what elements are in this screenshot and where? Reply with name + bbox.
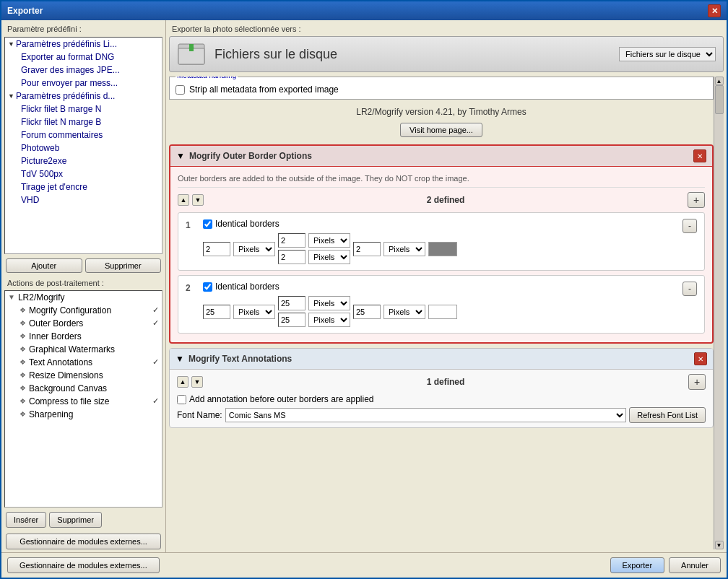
identical-row-1: Identical borders xyxy=(203,219,675,229)
border-1-bottom-input[interactable] xyxy=(278,250,306,264)
refresh-font-button[interactable]: Refresh Font List xyxy=(629,407,706,423)
annotation-row: Add annotation before outer borders are … xyxy=(177,394,706,404)
posttreat-section: Actions de post-traitement : ▼ LR2/Mogri… xyxy=(1,276,165,531)
external-modules-left-button[interactable]: Gestionnaire de modules externes... xyxy=(6,534,161,549)
post-buttons: Insérer Supprimer xyxy=(1,509,165,531)
border-2-bottom-input[interactable] xyxy=(278,313,306,327)
preset-tdv[interactable]: TdV 500px xyxy=(17,167,162,180)
add-outer-border-button[interactable]: + xyxy=(688,192,705,208)
remove-preset-button[interactable]: Supprimer xyxy=(85,258,162,273)
preset-picture2exe[interactable]: Picture2exe xyxy=(17,154,162,167)
metadata-section: Metadata handling Strip all metadata fro… xyxy=(169,77,714,100)
remove-border-1-button[interactable]: - xyxy=(682,219,697,233)
add-preset-button[interactable]: Ajouter xyxy=(6,258,82,273)
post-resize[interactable]: ❖ Resize Dimensions xyxy=(17,369,162,382)
border-1-bottom-unit[interactable]: Pixels xyxy=(308,250,350,264)
border-2-left-input[interactable] xyxy=(203,305,230,319)
post-inner-borders[interactable]: ❖ Inner Borders xyxy=(17,330,162,343)
border-2-left-unit[interactable]: Pixels xyxy=(233,305,275,319)
post-group-lr2[interactable]: ▼ LR2/Mogrify xyxy=(5,291,162,304)
post-mogrify-config[interactable]: ❖ Mogrify Configuration ✓ xyxy=(17,304,162,317)
left-panel: Paramètre prédéfini : ▼ Paramètres prédé… xyxy=(1,20,166,552)
border-2-right-unit[interactable]: Pixels xyxy=(384,305,425,319)
post-sharpening[interactable]: ❖ Sharpening xyxy=(17,408,162,421)
external-modules-footer-button[interactable]: Gestionnaire de modules externes... xyxy=(7,557,160,573)
close-button[interactable]: ✕ xyxy=(708,4,721,17)
preset-children-2: Flickr filet B marge N Flickr filet N ma… xyxy=(5,103,162,206)
outer-border-close-button[interactable]: ✕ xyxy=(693,149,706,162)
border-item-1: 1 Identical borders P xyxy=(178,212,705,271)
post-text-annotations[interactable]: ❖ Text Annotations ✓ xyxy=(17,356,162,369)
post-tree[interactable]: ▼ LR2/Mogrify ❖ Mogrify Configuration ✓ … xyxy=(4,290,162,508)
border-1-top-unit[interactable]: Pixels xyxy=(308,233,350,248)
border-1-color-swatch[interactable] xyxy=(428,242,457,256)
post-dot-4: ❖ xyxy=(20,345,26,353)
text-annotations-count: 1 defined xyxy=(427,377,465,387)
border-1-right-unit[interactable]: Pixels xyxy=(384,242,425,256)
border-1-right-input[interactable] xyxy=(353,242,381,256)
font-name-select[interactable]: Comic Sans MS xyxy=(225,408,627,422)
visit-home-button[interactable]: Visit home page... xyxy=(400,123,482,137)
preset-flickr-b[interactable]: Flickr filet B marge N xyxy=(17,103,162,116)
border-1-left-unit[interactable]: Pixels xyxy=(233,242,275,256)
preset-item-mess[interactable]: Pour envoyer par mess... xyxy=(17,77,162,90)
preset-forum[interactable]: Forum commentaires xyxy=(17,129,162,142)
scroll-thumb[interactable] xyxy=(715,85,724,114)
identical-checkbox-1[interactable] xyxy=(203,219,212,229)
text-annotations-expand-icon: ▼ xyxy=(176,354,184,364)
insert-post-button[interactable]: Insérer xyxy=(6,512,46,528)
mogrify-check: ✓ xyxy=(152,305,159,315)
export-dropdown[interactable]: Fichiers sur le disque xyxy=(619,47,716,61)
border-2-color-swatch[interactable] xyxy=(428,305,457,319)
toggle-icon-1: ▼ xyxy=(8,40,14,48)
post-background-canvas[interactable]: ❖ Background Canvas xyxy=(17,382,162,395)
border-2-top-input[interactable] xyxy=(278,296,306,310)
text-up-arrow-button[interactable]: ▲ xyxy=(177,376,188,388)
post-graphical-watermarks[interactable]: ❖ Graphical Watermarks xyxy=(17,343,162,356)
border-2-top-unit[interactable]: Pixels xyxy=(308,296,350,310)
outer-border-header: ▼ Mogrify Outer Border Options ✕ xyxy=(170,146,712,167)
preset-item-jpe[interactable]: Graver des images JPE... xyxy=(17,64,162,77)
scroll-down-button[interactable]: ▼ xyxy=(715,541,724,549)
preset-flickr-n[interactable]: Flickr filet N marge B xyxy=(17,116,162,129)
down-arrow-button[interactable]: ▼ xyxy=(192,194,204,206)
font-name-label: Font Name: xyxy=(177,410,222,420)
text-annotations-close-button[interactable]: ✕ xyxy=(694,352,707,365)
delete-post-button[interactable]: Supprimer xyxy=(49,512,102,528)
outer-border-content: Outer borders are added to the outside o… xyxy=(170,167,712,342)
text-down-arrow-button[interactable]: ▼ xyxy=(191,376,203,388)
border-2-bottom-unit[interactable]: Pixels xyxy=(308,313,350,327)
presets-tree[interactable]: ▼ Paramètres prédéfinis Li... Exporter a… xyxy=(4,37,162,254)
cancel-button[interactable]: Annuler xyxy=(669,557,721,573)
post-dot-9: ❖ xyxy=(20,410,26,418)
preset-photoweb[interactable]: Photoweb xyxy=(17,142,162,154)
post-compress[interactable]: ❖ Compress to file size ✓ xyxy=(17,395,162,408)
border-item-1-content: Identical borders Pixels xyxy=(203,219,675,264)
export-icon xyxy=(177,41,206,67)
text-nav-arrows: ▲ ▼ xyxy=(177,376,203,388)
post-dot-3: ❖ xyxy=(20,332,26,340)
preset-item-dng[interactable]: Exporter au format DNG xyxy=(17,51,162,64)
border-1-left-input[interactable] xyxy=(203,242,230,256)
identical-label-2: Identical borders xyxy=(215,282,280,292)
border-2-right-input[interactable] xyxy=(353,305,381,319)
preset-tirage[interactable]: Tirage jet d'encre xyxy=(17,180,162,193)
post-outer-borders[interactable]: ❖ Outer Borders ✓ xyxy=(17,317,162,330)
preset-group-2[interactable]: ▼ Paramètres prédéfinis d... xyxy=(5,90,162,103)
right-scrollbar[interactable]: ▲ ▼ xyxy=(714,77,724,549)
preset-vhd[interactable]: VHD xyxy=(17,193,162,206)
identical-checkbox-2[interactable] xyxy=(203,282,212,292)
up-arrow-button[interactable]: ▲ xyxy=(178,194,189,206)
export-button[interactable]: Exporter xyxy=(610,557,665,573)
add-text-annotation-button[interactable]: + xyxy=(688,374,706,390)
strip-metadata-checkbox[interactable] xyxy=(176,85,185,95)
title-bar: Exporter ✕ xyxy=(1,1,727,20)
border-1-top-input[interactable] xyxy=(278,233,306,248)
preset-group-1[interactable]: ▼ Paramètres prédéfinis Li... xyxy=(5,38,162,51)
presets-label: Paramètre prédéfini : xyxy=(1,20,165,35)
compress-check: ✓ xyxy=(152,396,159,406)
post-dot-2: ❖ xyxy=(20,319,26,327)
annotation-before-checkbox[interactable] xyxy=(177,395,186,404)
scroll-up-button[interactable]: ▲ xyxy=(715,77,724,85)
remove-border-2-button[interactable]: - xyxy=(682,282,697,296)
